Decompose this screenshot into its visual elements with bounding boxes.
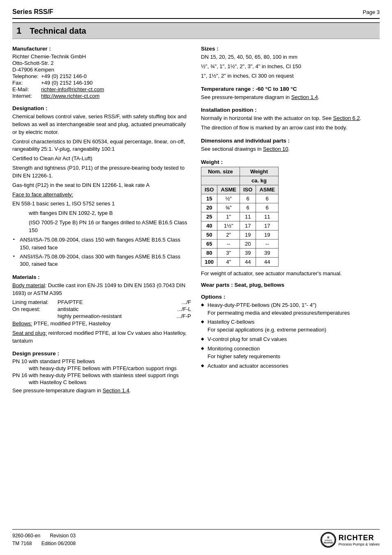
footer-left: 9260-060-en Revision 03 TM 7168 Edition … — [12, 532, 76, 548]
dp-text1: with heavy-duty PTFE bellows with PTFE/c… — [29, 365, 177, 371]
option-main: Monitoring connection — [208, 345, 260, 352]
temp-range-heading: Temperature range : -60 °C to 180 °C — [201, 86, 380, 92]
nom-iso: 40 — [201, 221, 217, 230]
section-title-bar: 1 Technical data — [12, 22, 380, 39]
bullet-item-1: ANSI/ISA-75.08.09-2004, class 300 with f… — [12, 253, 191, 269]
option-sub: For special applications (e.g. extreme p… — [208, 327, 326, 333]
design-pressure-item2: PN 16 with heavy-duty PTFE bellows with … — [12, 372, 191, 378]
weight-table-row: 20 ¾" 6 6 — [201, 203, 279, 212]
sizes-heading: Sizes : — [201, 46, 380, 52]
weight-asme: 17 — [256, 221, 279, 230]
weight-iso: 19 — [240, 230, 256, 239]
option-sub: For higher safety requirements — [208, 353, 280, 359]
option-item: Hastelloy C-bellowsFor special applicati… — [201, 318, 380, 334]
weight-table-row: 100 4" 44 44 — [201, 257, 279, 266]
on-request-suffix2: .../F-P — [171, 313, 191, 319]
page-container: Series RSS/F Page 3 1 Technical data Man… — [0, 0, 392, 555]
on-request-suffix1: .../F-L — [171, 306, 191, 312]
weight-table-row: 40 1½" 17 17 — [201, 221, 279, 230]
weight-table-row: 50 2" 19 19 — [201, 230, 279, 239]
doc-number-row: 9260-060-en Revision 03 — [12, 532, 76, 540]
manufacturer-table: Richter Chemie-Technik GmbH Otto-Schott-… — [12, 53, 106, 99]
fax: +49 (0) 2152 146-190 — [41, 80, 106, 86]
footer-right: R RICHTER RICHTER Process Pumps & Valves — [321, 532, 380, 548]
lining-value: PFA/PTFE — [58, 299, 171, 305]
weight-iso: 39 — [240, 248, 256, 257]
weight-asme: 6 — [256, 194, 279, 203]
telephone-label: Telephone: — [12, 73, 41, 80]
weight-subheader-iso-w: ISO — [240, 185, 256, 194]
section-number: 1 — [16, 25, 21, 36]
on-request-row1: On request: antistatic .../F-L — [12, 306, 191, 312]
brand-name: RICHTER — [339, 534, 380, 542]
edition: Edition 06/2008 — [42, 541, 76, 546]
face-to-face-bullets: ANSI/ISA-75.08.09-2004, class 150 with f… — [12, 236, 191, 268]
dp-label2: PN 16 with heavy-duty PTFE bellows with … — [12, 372, 179, 378]
weight-asme: -- — [256, 239, 279, 248]
page-header: Series RSS/F Page 3 — [12, 8, 380, 19]
option-sub: For permeating media and elevated pressu… — [208, 310, 350, 316]
weight-table: Nom. size Weight ca. kg ISO ASME ISO ASM… — [201, 167, 279, 267]
email-label: E-Mail: — [12, 86, 41, 93]
street: Otto-Schott-Str. 2 — [12, 60, 106, 67]
revision: Revision 03 — [50, 533, 76, 539]
weight-table-row: 15 ½" 6 6 — [201, 194, 279, 203]
face-to-face-label: Face to face alternatively: — [12, 191, 73, 198]
temp-range-note: See pressure-temperature diagram in Sect… — [201, 94, 380, 101]
option-item: Heavy-duty-PTFE-bellows (DN 25-100, 1"- … — [201, 302, 380, 317]
seat-label: Seat and plug: — [12, 330, 47, 336]
dimensions-text: See sectional drawings in Section 10. — [201, 145, 380, 153]
nom-asme: 4" — [217, 257, 240, 266]
manufacturer-heading: Manufacturer : — [12, 46, 191, 52]
on-request-row2: highly permeation-resistant .../F-P — [12, 313, 191, 319]
face-to-face-line3: (ISO 7005-2 Type B) PN 16 or flanges dri… — [12, 219, 191, 235]
weight-subheader-asme: ASME — [217, 185, 240, 194]
on-request-value1: antistatic — [58, 306, 171, 312]
designation-text1: Chemical bellows control valve, series R… — [12, 113, 191, 136]
sizes-text1: DN 15, 20, 25, 40, 50, 65, 80, 100 in mm — [201, 53, 380, 61]
on-request-label: On request: — [12, 306, 58, 312]
materials-heading: Materials : — [12, 274, 191, 280]
dp-text3: with Hastelloy C bellows — [29, 379, 86, 385]
face-to-face-line1: EN 558-1 basic series 1, ISO 5752 series… — [12, 200, 191, 208]
internet-link[interactable]: http://www.richter-ct.com — [41, 93, 99, 99]
richter-logo: R RICHTER RICHTER Process Pumps & Valves — [321, 532, 380, 548]
weight-iso: 6 — [240, 203, 256, 212]
page-footer: 9260-060-en Revision 03 TM 7168 Edition … — [12, 529, 380, 548]
weight-unit — [201, 176, 240, 185]
lining-row: Lining material: PFA/PTFE .../F — [12, 299, 191, 305]
nom-iso: 80 — [201, 248, 217, 257]
option-main: Actuator and actuator accessories — [208, 363, 288, 369]
weight-iso: 11 — [240, 212, 256, 221]
company-name: Richter Chemie-Technik GmbH — [12, 53, 106, 60]
dimensions-heading: Dimensions and individual parts : — [201, 138, 380, 144]
weight-asme: 6 — [256, 203, 279, 212]
design-pressure-item3: with Hastelloy C bellows — [12, 379, 191, 385]
nom-iso: 25 — [201, 212, 217, 221]
bellows-value: PTFE, modified PTFE, Hastelloy — [32, 320, 111, 327]
series-title: Series RSS/F — [12, 8, 53, 16]
svg-text:R: R — [327, 536, 329, 539]
tm-row: TM 7168 Edition 06/2008 — [12, 540, 76, 548]
option-item: Monitoring connectionFor higher safety r… — [201, 345, 380, 361]
page-number: Page 3 — [363, 9, 380, 15]
nom-asme: ¾" — [217, 203, 240, 212]
weight-asme: 19 — [256, 230, 279, 239]
nom-iso: 20 — [201, 203, 217, 212]
nom-iso: 15 — [201, 194, 217, 203]
email-link[interactable]: richter-info@richter-ct.com — [41, 86, 104, 92]
install-heading: Installation position : — [201, 107, 380, 113]
section-title: Technical data — [30, 26, 86, 36]
designation-text4: Strength and tightness (P10, P11) of the… — [12, 164, 191, 180]
dp-label0: PN 10 with standard PTFE bellows — [12, 358, 95, 364]
install-text2: The direction of flow is marked by an ar… — [201, 124, 380, 132]
nom-asme: 3" — [217, 248, 240, 257]
nom-asme: 1" — [217, 212, 240, 221]
body-material: Body material: Ductile cast iron EN-JS 1… — [12, 282, 191, 297]
seat-text: Seat and plug: reinforced modified PTFE,… — [12, 329, 191, 345]
option-main: Hastelloy C-bellows — [208, 319, 254, 325]
weight-heading: Weight : — [201, 159, 380, 165]
designation-text3: Certified to Clean Air Act (TA-Luft) — [12, 155, 191, 163]
doc-number: 9260-060-en — [12, 533, 40, 539]
on-request-value2: highly permeation-resistant — [58, 313, 171, 319]
